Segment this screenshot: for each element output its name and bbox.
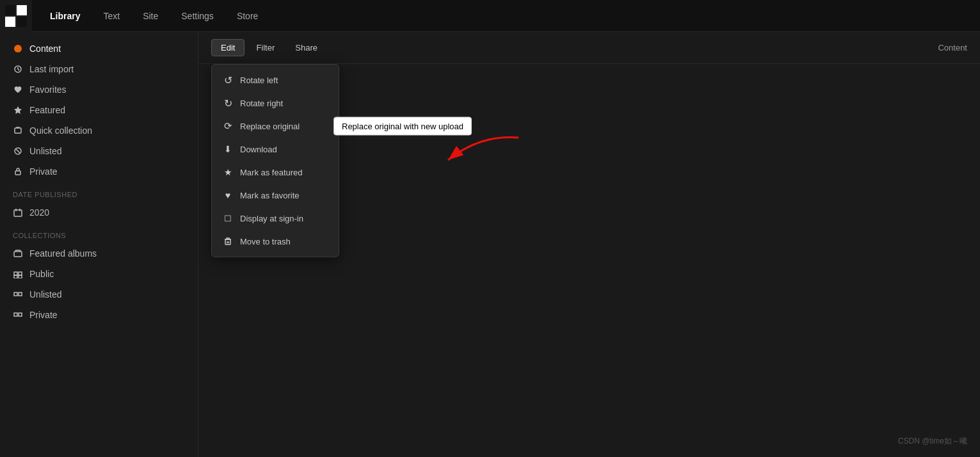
edit-button[interactable]: Edit (211, 39, 245, 56)
sidebar-item-content[interactable]: Content (0, 38, 198, 59)
svg-line-5 (16, 149, 20, 153)
svg-rect-7 (14, 210, 22, 216)
logo[interactable] (0, 0, 32, 32)
download-icon: ⬇ (222, 143, 234, 155)
collections-section-label: COLLECTIONS (0, 223, 198, 243)
sidebar-item-featured[interactable]: Featured (0, 100, 198, 120)
star-icon: ★ (222, 166, 234, 178)
dropdown-rotate-right[interactable]: ↻ Rotate right (212, 92, 339, 115)
nav-store[interactable]: Store (225, 0, 269, 32)
nav-text[interactable]: Text (92, 0, 131, 32)
featured-albums-icon (13, 248, 23, 259)
sidebar-item-collections-private[interactable]: Private (0, 305, 198, 325)
svg-rect-16 (19, 293, 22, 296)
sidebar-item-2020[interactable]: 2020 (0, 202, 198, 223)
svg-rect-13 (14, 275, 17, 278)
arrow-annotation (429, 128, 531, 179)
display-icon: ☐ (222, 212, 234, 224)
quick-collection-icon (13, 125, 23, 136)
svg-rect-6 (15, 171, 20, 175)
dropdown-mark-favorite[interactable]: ♥ Mark as favorite (212, 184, 339, 207)
svg-point-0 (14, 45, 22, 52)
filter-button[interactable]: Filter (247, 40, 284, 56)
layout: Content Last import Favorites Featured Q (0, 0, 980, 457)
unlisted-icon (13, 146, 23, 156)
sidebar-item-unlisted[interactable]: Unlisted (0, 141, 198, 161)
dropdown-download[interactable]: ⬇ Download (212, 138, 339, 161)
favorites-icon (13, 84, 23, 95)
svg-rect-19 (225, 239, 230, 245)
featured-icon (13, 105, 23, 115)
sidebar-item-public[interactable]: Public (0, 264, 198, 284)
last-import-icon (13, 64, 23, 74)
nav-items: Library Text Site Settings Store (38, 0, 269, 32)
dropdown-move-trash[interactable]: Move to trash (212, 230, 339, 253)
watermark: CSDN @time如～曦 (898, 436, 967, 447)
sidebar-item-quick-collection[interactable]: Quick collection (0, 120, 198, 141)
dropdown-mark-featured[interactable]: ★ Mark as featured (212, 161, 339, 184)
nav-settings[interactable]: Settings (170, 0, 225, 32)
svg-rect-18 (19, 313, 22, 316)
main-content: Edit Filter Share Content ↺ Rotate left … (198, 32, 980, 457)
nav-library[interactable]: Library (38, 0, 92, 32)
rotate-right-icon: ↻ (222, 97, 234, 109)
collections-private-icon (13, 310, 23, 320)
top-nav: Library Text Site Settings Store (0, 0, 980, 32)
content-icon (13, 44, 23, 54)
sidebar-item-private[interactable]: Private (0, 161, 198, 182)
sidebar-item-collections-unlisted[interactable]: Unlisted (0, 284, 198, 305)
content-label: Content (938, 43, 967, 52)
svg-rect-17 (14, 313, 17, 316)
heart-icon: ♥ (222, 189, 234, 201)
collections-unlisted-icon (13, 289, 23, 300)
svg-rect-3 (15, 128, 21, 133)
replace-icon: ⟳ (222, 120, 234, 132)
sidebar: Content Last import Favorites Featured Q (0, 32, 198, 457)
nav-site[interactable]: Site (131, 0, 170, 32)
svg-rect-15 (14, 293, 17, 296)
date-section-label: DATE PUBLISHED (0, 182, 198, 202)
dropdown-replace-original[interactable]: ⟳ Replace original Replace original with… (212, 115, 339, 138)
public-icon (13, 269, 23, 279)
dropdown-display-signin[interactable]: ☐ Display at sign-in (212, 207, 339, 230)
svg-rect-10 (14, 252, 22, 257)
svg-rect-14 (19, 275, 22, 278)
dropdown-rotate-left[interactable]: ↺ Rotate left (212, 68, 339, 92)
sidebar-item-favorites[interactable]: Favorites (0, 79, 198, 100)
private-icon (13, 166, 23, 177)
calendar-icon (13, 207, 23, 218)
share-button[interactable]: Share (286, 40, 326, 56)
trash-icon (222, 236, 234, 247)
rotate-left-icon: ↺ (222, 74, 234, 86)
replace-tooltip: Replace original with new upload (333, 117, 472, 136)
sidebar-item-last-import[interactable]: Last import (0, 59, 198, 79)
toolbar: Edit Filter Share Content (198, 32, 980, 64)
svg-marker-2 (14, 106, 22, 114)
sidebar-item-featured-albums[interactable]: Featured albums (0, 243, 198, 264)
dropdown-menu: ↺ Rotate left ↻ Rotate right ⟳ Replace o… (211, 64, 339, 257)
